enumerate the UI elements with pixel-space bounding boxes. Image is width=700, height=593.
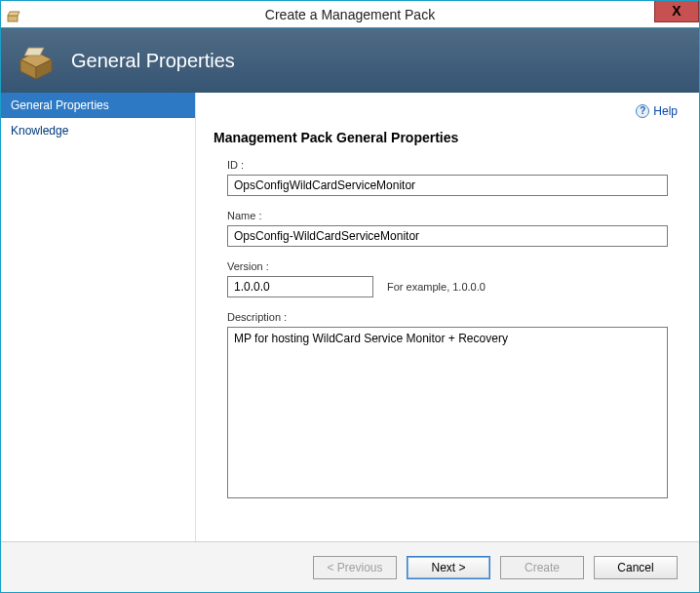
- wizard-banner: General Properties: [1, 28, 699, 93]
- title-bar: Create a Management Pack X: [1, 1, 699, 28]
- wizard-footer: < Previous Next > Create Cancel: [1, 541, 699, 592]
- sidebar-item-label: Knowledge: [11, 124, 68, 138]
- help-icon: ?: [636, 104, 649, 118]
- help-label: Help: [653, 104, 678, 118]
- wizard-sidebar: General Properties Knowledge: [1, 93, 196, 541]
- sidebar-item-label: General Properties: [11, 99, 109, 112]
- wizard-body: General Properties Knowledge ? Help Mana…: [1, 93, 699, 541]
- app-icon: [7, 7, 22, 22]
- section-title: Management Pack General Properties: [214, 130, 678, 145]
- cancel-button[interactable]: Cancel: [594, 556, 678, 579]
- description-textarea[interactable]: [227, 327, 668, 498]
- id-input[interactable]: [227, 175, 668, 196]
- next-button[interactable]: Next >: [407, 556, 490, 579]
- wizard-main: ? Help Management Pack General Propertie…: [196, 93, 699, 541]
- version-label: Version :: [227, 260, 678, 272]
- name-input[interactable]: [227, 225, 668, 247]
- banner-title: General Properties: [71, 50, 235, 72]
- svg-marker-5: [24, 48, 44, 56]
- window-title: Create a Management Pack: [265, 7, 435, 22]
- svg-rect-0: [8, 16, 18, 21]
- create-button: Create: [500, 556, 584, 579]
- previous-button: < Previous: [313, 556, 397, 579]
- close-button[interactable]: X: [654, 1, 699, 22]
- sidebar-item-knowledge[interactable]: Knowledge: [1, 118, 195, 143]
- version-hint: For example, 1.0.0.0: [387, 281, 486, 293]
- id-label: ID :: [227, 159, 678, 171]
- description-label: Description :: [227, 311, 678, 323]
- package-icon: [15, 38, 58, 84]
- name-label: Name :: [227, 210, 678, 221]
- sidebar-item-general-properties[interactable]: General Properties: [1, 93, 195, 118]
- svg-marker-1: [8, 12, 19, 16]
- help-link[interactable]: ? Help: [636, 104, 678, 118]
- version-input[interactable]: [227, 276, 373, 297]
